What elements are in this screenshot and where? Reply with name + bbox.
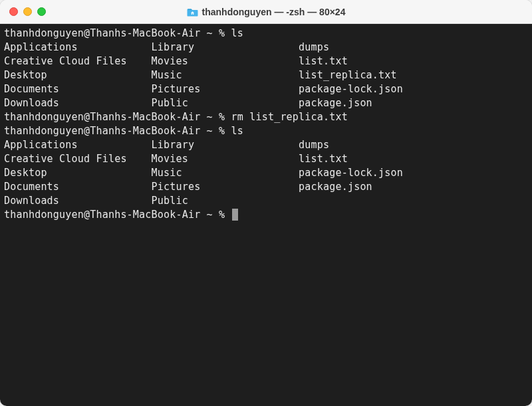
zoom-icon[interactable] [37, 7, 46, 16]
ls-output-row: Downloads Public [4, 194, 528, 208]
ls-output-row: Creative Cloud Files Movies list.txt [4, 54, 528, 68]
terminal-window: thanhdonguyen — -zsh — 80×24 thanhdonguy… [0, 0, 532, 406]
cursor [232, 209, 238, 221]
prompt-line: thanhdonguyen@Thanhs-MacBook-Air ~ % ls [4, 124, 528, 138]
ls-output-row: Applications Library dumps [4, 41, 528, 54]
home-folder-icon [187, 7, 198, 17]
window-title: thanhdonguyen — -zsh — 80×24 [0, 7, 532, 17]
ls-output-row: Applications Library dumps [4, 138, 528, 152]
titlebar[interactable]: thanhdonguyen — -zsh — 80×24 [0, 0, 532, 24]
terminal-content[interactable]: thanhdonguyen@Thanhs-MacBook-Air ~ % lsA… [0, 24, 532, 406]
ls-output-row: Desktop Music package-lock.json [4, 166, 528, 180]
prompt-line-active[interactable]: thanhdonguyen@Thanhs-MacBook-Air ~ % [4, 208, 528, 222]
ls-output-row: Documents Pictures package-lock.json [4, 82, 528, 96]
ls-output-row: Creative Cloud Files Movies list.txt [4, 152, 528, 166]
traffic-lights [0, 7, 46, 16]
minimize-icon[interactable] [23, 7, 32, 16]
prompt-line: thanhdonguyen@Thanhs-MacBook-Air ~ % rm … [4, 110, 528, 124]
window-title-text: thanhdonguyen — -zsh — 80×24 [202, 7, 346, 17]
close-icon[interactable] [9, 7, 18, 16]
ls-output-row: Downloads Public package.json [4, 96, 528, 110]
prompt-line: thanhdonguyen@Thanhs-MacBook-Air ~ % ls [4, 27, 528, 41]
ls-output-row: Desktop Music list_replica.txt [4, 68, 528, 82]
ls-output-row: Documents Pictures package.json [4, 180, 528, 194]
